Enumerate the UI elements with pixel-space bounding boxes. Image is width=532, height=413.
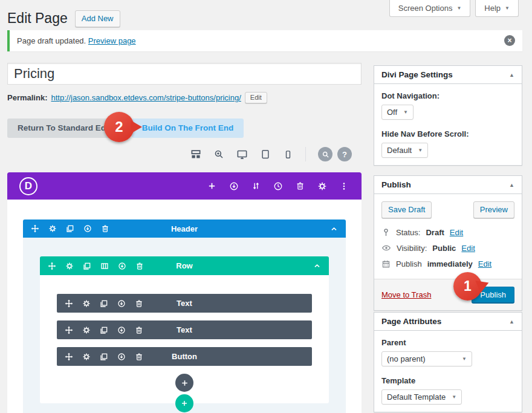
eye-icon — [381, 243, 391, 253]
build-on-front-end-button[interactable]: Build On The Front End — [132, 119, 244, 138]
template-select[interactable]: Default Template ▼ — [381, 389, 462, 405]
duplicate-icon[interactable] — [83, 262, 91, 270]
permalink-edit-button[interactable]: Edit — [245, 92, 267, 103]
settings-gear-icon[interactable] — [82, 299, 91, 308]
columns-icon[interactable] — [100, 262, 109, 270]
status-value: Draft — [426, 228, 444, 237]
add-module-button[interactable] — [175, 374, 193, 392]
help-button[interactable]: Help ▼ — [475, 0, 519, 17]
duplicate-icon[interactable] — [100, 299, 108, 308]
page-title: Edit Page — [7, 10, 68, 28]
divi-builder: D — [7, 172, 362, 413]
page-attributes-body: Parent (no parent) ▼ Template Default Te… — [374, 331, 522, 412]
move-icon[interactable] — [31, 224, 39, 233]
edit-status-link[interactable]: Edit — [450, 228, 463, 237]
hide-nav-value: Default — [387, 146, 412, 155]
disable-icon[interactable] — [117, 299, 126, 308]
sort-icon[interactable] — [251, 181, 261, 190]
edit-visibility-link[interactable]: Edit — [461, 244, 475, 253]
parent-select[interactable]: (no parent) ▼ — [381, 351, 472, 366]
page-title-input[interactable] — [7, 63, 362, 85]
history-icon[interactable] — [273, 181, 283, 191]
duplicate-icon[interactable] — [100, 353, 108, 361]
publish-footer: Move to Trash Publish — [374, 279, 522, 310]
post-status-pin-icon — [381, 228, 391, 237]
disable-icon[interactable] — [117, 353, 126, 361]
dot-navigation-select[interactable]: Off ▼ — [381, 105, 414, 120]
page-attributes-header[interactable]: Page Attributes ▲ — [374, 313, 522, 331]
trash-icon[interactable] — [296, 181, 305, 190]
move-icon[interactable] — [65, 353, 73, 361]
dismiss-icon[interactable]: × — [504, 35, 515, 46]
collapse-row-icon[interactable] — [313, 262, 321, 270]
publish-panel-header[interactable]: Publish ▲ — [374, 176, 522, 194]
collapse-toggle-icon[interactable]: ▲ — [509, 319, 514, 325]
screen-options-button[interactable]: Screen Options ▼ — [389, 0, 471, 17]
wireframe-view-icon[interactable] — [190, 149, 201, 160]
notice-message: Page draft updated. — [17, 36, 86, 45]
tablet-view-icon[interactable] — [260, 149, 271, 160]
module-button[interactable]: Button — [57, 347, 312, 366]
more-options-icon[interactable] — [340, 182, 348, 190]
collapse-toggle-icon[interactable]: ▲ — [509, 182, 514, 188]
trash-icon[interactable] — [101, 224, 109, 233]
hide-nav-select[interactable]: Default ▼ — [381, 143, 428, 158]
settings-gear-icon[interactable] — [48, 224, 57, 233]
move-to-trash-link[interactable]: Move to Trash — [381, 290, 431, 299]
zoom-out-button[interactable] — [318, 147, 332, 161]
move-icon[interactable] — [65, 326, 73, 334]
builder-header-bar: D — [7, 172, 362, 200]
annotation-marker-2: 2 — [104, 112, 134, 142]
module-text-1[interactable]: Text — [57, 294, 312, 313]
settings-gear-icon[interactable] — [82, 353, 91, 361]
trash-icon[interactable] — [135, 262, 144, 270]
main-column: Permalink: http://jason.sandbox.etdevs.c… — [7, 63, 362, 413]
settings-gear-icon[interactable] — [65, 262, 74, 270]
module-text-2[interactable]: Text — [57, 320, 312, 339]
move-icon[interactable] — [48, 262, 56, 270]
move-icon[interactable] — [65, 299, 73, 308]
section-actions — [31, 224, 109, 233]
add-row-button[interactable] — [175, 394, 193, 412]
row-header-bar[interactable]: Row — [40, 256, 329, 275]
builder-row: Row — [40, 256, 329, 403]
collapse-toggle-icon[interactable]: ▲ — [509, 72, 514, 78]
marker-number: 1 — [464, 278, 472, 294]
template-value: Default Template — [387, 392, 446, 402]
publish-panel-body: Save Draft Preview Status: Draft Edit Vi… — [374, 194, 522, 279]
phone-view-icon[interactable] — [283, 149, 293, 160]
disable-icon[interactable] — [83, 224, 92, 233]
collapse-section-icon[interactable] — [330, 225, 338, 233]
trash-icon[interactable] — [135, 299, 143, 308]
preview-button[interactable]: Preview — [473, 201, 514, 218]
caret-down-icon: ▼ — [456, 6, 461, 11]
module-actions — [65, 326, 143, 334]
desktop-view-icon[interactable] — [236, 149, 248, 160]
trash-icon[interactable] — [135, 326, 143, 334]
builder-section: Header — [23, 220, 346, 413]
disable-icon[interactable] — [118, 262, 126, 270]
add-new-button[interactable]: Add New — [75, 10, 120, 27]
row-actions — [48, 262, 144, 270]
trash-icon[interactable] — [135, 353, 143, 361]
visibility-value: Public — [432, 244, 456, 253]
duplicate-icon[interactable] — [66, 224, 74, 233]
disable-icon[interactable] — [117, 326, 126, 334]
caret-down-icon: ▼ — [452, 395, 456, 400]
save-draft-button[interactable]: Save Draft — [381, 201, 432, 218]
add-section-icon[interactable] — [207, 181, 216, 190]
settings-gear-icon[interactable] — [317, 181, 327, 191]
caret-down-icon: ▼ — [418, 148, 423, 153]
preview-page-link[interactable]: Preview page — [88, 36, 136, 45]
builder-help-button[interactable]: ? — [337, 147, 352, 161]
disable-icon[interactable] — [229, 181, 239, 191]
section-header-bar[interactable]: Header — [23, 220, 346, 238]
divi-page-settings-header[interactable]: Divi Page Settings ▲ — [374, 66, 522, 84]
screen-meta-links: Screen Options ▼ Help ▼ — [389, 0, 519, 17]
duplicate-icon[interactable] — [100, 326, 108, 334]
settings-gear-icon[interactable] — [82, 326, 91, 334]
permalink-link[interactable]: http://jason.sandbox.etdevs.com/stripe-b… — [51, 93, 241, 102]
divi-page-settings-panel: Divi Page Settings ▲ Dot Navigation: Off… — [374, 65, 522, 166]
zoom-icon[interactable] — [213, 149, 224, 160]
edit-schedule-link[interactable]: Edit — [478, 259, 491, 268]
